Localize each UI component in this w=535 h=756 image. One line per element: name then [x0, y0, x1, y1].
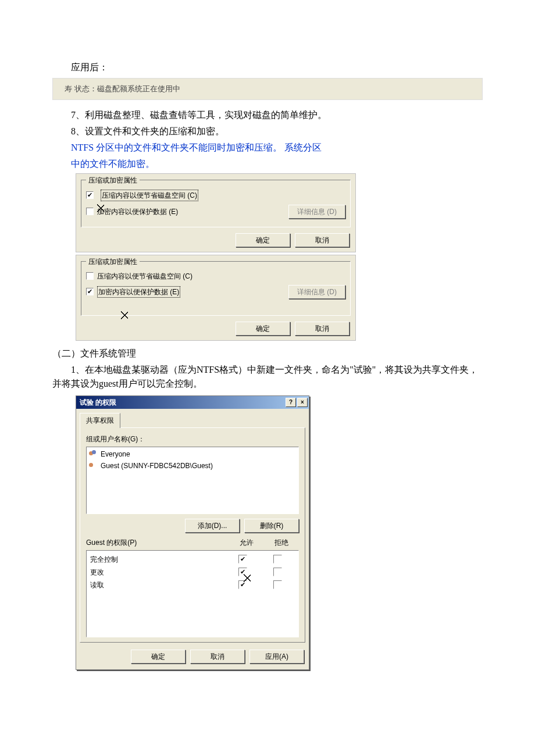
encrypt-checkbox-2[interactable]: ✔: [86, 288, 94, 295]
permissions-dialog: 试验 的权限 ? × 共享权限 组或用户名称(G)： Everyone Gues…: [76, 395, 309, 670]
deny-checkbox[interactable]: [273, 555, 282, 564]
user-icon: [89, 462, 98, 470]
apply-button[interactable]: 应用(A): [249, 650, 304, 664]
compress-encrypt-panel-2: 压缩或加密属性 压缩内容以便节省磁盘空间 (C) ✔ 加密内容以便保护数据 (E…: [76, 255, 356, 341]
encrypt-checkbox-1[interactable]: [86, 208, 94, 215]
label-after-apply: 应用后：: [52, 60, 483, 74]
list-item: Guest (SUNNY-FDBC542DB\Guest): [88, 460, 297, 472]
deny-checkbox[interactable]: [273, 580, 282, 589]
perm-row: 读取 ✔: [90, 579, 295, 591]
remove-button[interactable]: 删除(R): [244, 519, 299, 533]
close-button[interactable]: ×: [297, 398, 308, 407]
page-body: 应用后： 寿 状态：磁盘配额系统正在使用中 7、利用磁盘整理、磁盘查错等工具，实…: [0, 0, 535, 693]
cancel-button[interactable]: 取消: [190, 650, 245, 664]
perm-name: 更改: [90, 567, 225, 577]
compress-checkbox-2[interactable]: [86, 272, 94, 280]
cancel-button-2[interactable]: 取消: [295, 322, 349, 336]
allow-checkbox[interactable]: ✔: [238, 555, 247, 564]
add-button[interactable]: 添加(D)...: [185, 519, 240, 533]
section-2-title: （二）文件系统管理: [52, 347, 483, 361]
compress-encrypt-panel-1: 压缩或加密属性 ✔ 压缩内容以便节省磁盘空间 (C) 加密内容以便保护数据 (E…: [76, 173, 356, 252]
encrypt-label-2[interactable]: 加密内容以便保护数据 (E): [97, 286, 180, 298]
quota-status-bar: 寿 状态：磁盘配额系统正在使用中: [52, 78, 483, 100]
cancel-button-1[interactable]: 取消: [295, 233, 349, 247]
fieldset-1: 压缩或加密属性 ✔ 压缩内容以便节省磁盘空间 (C) 加密内容以便保护数据 (E…: [81, 180, 351, 227]
encrypt-label-1[interactable]: 加密内容以便保护数据 (E): [97, 206, 178, 217]
section-2-item-1: 1、在本地磁盘某驱动器（应为NTFS格式）中新建一文件夹，命名为"试验"，将其设…: [52, 363, 483, 391]
user-name[interactable]: Guest (SUNNY-FDBC542DB\Guest): [101, 461, 213, 471]
permissions-listbox: 完全控制 ✔ 更改 ✔ 读取 ✔: [86, 550, 299, 637]
compress-checkbox-1[interactable]: ✔: [86, 191, 94, 199]
tab-strip: 共享权限: [76, 409, 309, 427]
dialog-title: 试验 的权限: [80, 397, 116, 408]
legend-1: 压缩或加密属性: [86, 175, 140, 186]
details-button-1[interactable]: 详细信息 (D): [288, 205, 345, 219]
permissions-for-label: Guest 的权限(P): [86, 537, 229, 548]
compress-label-1[interactable]: 压缩内容以便节省磁盘空间 (C): [101, 190, 198, 201]
compress-label-2[interactable]: 压缩内容以便节省磁盘空间 (C): [97, 271, 192, 281]
group-user-label: 组或用户名称(G)：: [86, 434, 299, 444]
fieldset-2: 压缩或加密属性 压缩内容以便节省磁盘空间 (C) ✔ 加密内容以便保护数据 (E…: [81, 261, 351, 316]
user-name[interactable]: Everyone: [101, 449, 130, 459]
ntfs-note-line1: NTFS 分区中的文件和文件夹不能同时加密和压缩。 系统分区: [52, 141, 483, 155]
perm-name: 完全控制: [90, 554, 225, 565]
details-button-2[interactable]: 详细信息 (D): [288, 285, 345, 299]
group-icon: [89, 450, 98, 458]
tab-share-permissions[interactable]: 共享权限: [80, 413, 120, 428]
user-listbox[interactable]: Everyone Guest (SUNNY-FDBC542DB\Guest): [86, 447, 299, 514]
col-deny-header: 拒绝: [264, 537, 299, 548]
ok-button[interactable]: 确定: [131, 650, 186, 664]
item-8: 8、设置文件和文件夹的压缩和加密。: [52, 124, 483, 138]
ntfs-note-line2: 中的文件不能加密。: [52, 157, 483, 171]
titlebar[interactable]: 试验 的权限 ? ×: [76, 396, 309, 409]
ok-button-2[interactable]: 确定: [236, 322, 290, 336]
perm-name: 读取: [90, 580, 225, 590]
list-item: Everyone: [88, 448, 297, 460]
perm-row: 更改 ✔: [90, 566, 295, 579]
perm-row: 完全控制 ✔: [90, 553, 295, 566]
deny-checkbox[interactable]: [273, 568, 282, 576]
ok-button-1[interactable]: 确定: [236, 233, 290, 247]
legend-2: 压缩或加密属性: [86, 256, 140, 267]
col-allow-header: 允许: [229, 537, 264, 548]
tab-pane: 组或用户名称(G)： Everyone Guest (SUNNY-FDBC542…: [80, 427, 305, 643]
help-button[interactable]: ?: [286, 398, 296, 407]
item-7: 7、利用磁盘整理、磁盘查错等工具，实现对磁盘的简单维护。: [52, 108, 483, 122]
